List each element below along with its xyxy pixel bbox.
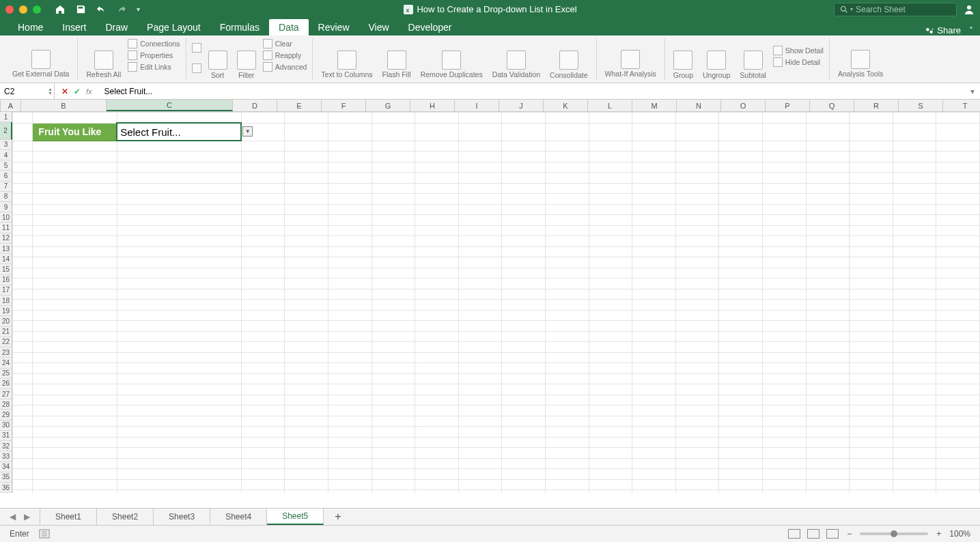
cell-C2[interactable]: Select Fruit...▼ bbox=[117, 123, 241, 141]
tab-draw[interactable]: Draw bbox=[96, 19, 137, 35]
cell-J6[interactable] bbox=[502, 173, 546, 184]
cell-N12[interactable] bbox=[675, 236, 719, 247]
qat-customize-icon[interactable]: ▾ bbox=[137, 5, 140, 13]
cell-T11[interactable] bbox=[936, 225, 980, 236]
cell-M10[interactable] bbox=[632, 215, 676, 226]
ungroup-button[interactable]: Ungroup bbox=[700, 38, 733, 81]
cell-T6[interactable] bbox=[936, 173, 980, 184]
cell-D34[interactable] bbox=[241, 469, 285, 480]
row-header-14[interactable]: 14 bbox=[0, 254, 12, 264]
cell-R33[interactable] bbox=[850, 458, 893, 469]
cell-Q31[interactable] bbox=[806, 437, 850, 448]
cell-A9[interactable] bbox=[13, 204, 33, 215]
cell-F32[interactable] bbox=[328, 448, 372, 459]
cell-Q21[interactable] bbox=[806, 331, 850, 342]
cell-S36[interactable] bbox=[893, 490, 936, 494]
cell-J21[interactable] bbox=[502, 331, 546, 342]
cell-C29[interactable] bbox=[117, 416, 241, 427]
cell-C15[interactable] bbox=[117, 268, 241, 279]
row-header-3[interactable]: 3 bbox=[0, 140, 12, 150]
cell-N25[interactable] bbox=[675, 373, 719, 384]
cell-F31[interactable] bbox=[328, 437, 372, 448]
cell-J34[interactable] bbox=[502, 469, 546, 480]
cell-C24[interactable] bbox=[117, 363, 241, 374]
cell-N15[interactable] bbox=[675, 268, 719, 279]
cell-D29[interactable] bbox=[241, 416, 285, 427]
cell-L14[interactable] bbox=[589, 257, 632, 268]
cell-E19[interactable] bbox=[285, 310, 328, 321]
cell-R3[interactable] bbox=[850, 141, 893, 152]
cell-G29[interactable] bbox=[372, 416, 415, 427]
cell-A2[interactable] bbox=[13, 123, 33, 141]
cell-P36[interactable] bbox=[762, 490, 806, 494]
cell-P32[interactable] bbox=[762, 448, 806, 459]
cell-T19[interactable] bbox=[936, 310, 980, 321]
cell-I3[interactable] bbox=[458, 141, 502, 152]
cell-E12[interactable] bbox=[285, 236, 328, 247]
cell-P2[interactable] bbox=[762, 123, 806, 141]
cell-M2[interactable] bbox=[632, 123, 676, 141]
formula-input[interactable]: Select Fruit... bbox=[99, 87, 965, 96]
cell-F16[interactable] bbox=[328, 279, 372, 289]
cell-H29[interactable] bbox=[415, 416, 459, 427]
cell-H32[interactable] bbox=[415, 448, 459, 459]
cell-M4[interactable] bbox=[632, 152, 676, 162]
cell-O17[interactable] bbox=[719, 289, 763, 300]
cell-K24[interactable] bbox=[545, 363, 589, 374]
cell-D27[interactable] bbox=[241, 395, 285, 405]
cell-L26[interactable] bbox=[589, 384, 632, 395]
cell-B34[interactable] bbox=[33, 469, 117, 480]
cell-A36[interactable] bbox=[13, 490, 33, 494]
maximize-window-button[interactable] bbox=[33, 5, 41, 14]
cell-T3[interactable] bbox=[936, 141, 980, 152]
cell-P11[interactable] bbox=[762, 225, 806, 236]
cell-M16[interactable] bbox=[632, 279, 676, 289]
cell-E6[interactable] bbox=[285, 173, 328, 184]
cell-H17[interactable] bbox=[415, 289, 459, 300]
cell-R17[interactable] bbox=[850, 289, 893, 300]
cell-O19[interactable] bbox=[719, 310, 763, 321]
cell-L16[interactable] bbox=[589, 279, 632, 289]
cell-L22[interactable] bbox=[589, 342, 632, 353]
cell-F13[interactable] bbox=[328, 246, 372, 257]
cell-H27[interactable] bbox=[415, 395, 459, 405]
cell-R14[interactable] bbox=[850, 257, 893, 268]
cell-N7[interactable] bbox=[675, 183, 719, 194]
cell-S17[interactable] bbox=[893, 289, 936, 300]
cell-Q36[interactable] bbox=[806, 490, 850, 494]
cell-C23[interactable] bbox=[117, 352, 241, 363]
cell-I4[interactable] bbox=[458, 152, 502, 162]
cell-N31[interactable] bbox=[675, 437, 719, 448]
cell-Q25[interactable] bbox=[806, 373, 850, 384]
cell-M27[interactable] bbox=[632, 395, 676, 405]
cell-J14[interactable] bbox=[502, 257, 546, 268]
cell-R26[interactable] bbox=[850, 384, 893, 395]
cell-I26[interactable] bbox=[458, 384, 502, 395]
cell-A14[interactable] bbox=[13, 257, 33, 268]
cell-L10[interactable] bbox=[589, 215, 632, 226]
cell-L11[interactable] bbox=[589, 225, 632, 236]
cell-C20[interactable] bbox=[117, 321, 241, 332]
cell-J9[interactable] bbox=[502, 204, 546, 215]
cell-D7[interactable] bbox=[241, 183, 285, 194]
cell-F21[interactable] bbox=[328, 331, 372, 342]
cell-H24[interactable] bbox=[415, 363, 459, 374]
cell-G26[interactable] bbox=[372, 384, 415, 395]
cell-S19[interactable] bbox=[893, 310, 936, 321]
cell-N26[interactable] bbox=[675, 384, 719, 395]
cell-J4[interactable] bbox=[502, 152, 546, 162]
cell-D25[interactable] bbox=[241, 373, 285, 384]
cell-E16[interactable] bbox=[285, 279, 328, 289]
cell-J3[interactable] bbox=[502, 141, 546, 152]
column-header-C[interactable]: C bbox=[107, 100, 233, 111]
cell-M13[interactable] bbox=[632, 246, 676, 257]
cell-P29[interactable] bbox=[762, 416, 806, 427]
cell-P19[interactable] bbox=[762, 310, 806, 321]
column-header-J[interactable]: J bbox=[499, 100, 544, 111]
cell-J26[interactable] bbox=[502, 384, 546, 395]
cell-O28[interactable] bbox=[719, 405, 763, 416]
cell-A30[interactable] bbox=[13, 427, 33, 438]
cell-D1[interactable] bbox=[241, 113, 285, 124]
cell-J10[interactable] bbox=[502, 215, 546, 226]
cell-D10[interactable] bbox=[241, 215, 285, 226]
